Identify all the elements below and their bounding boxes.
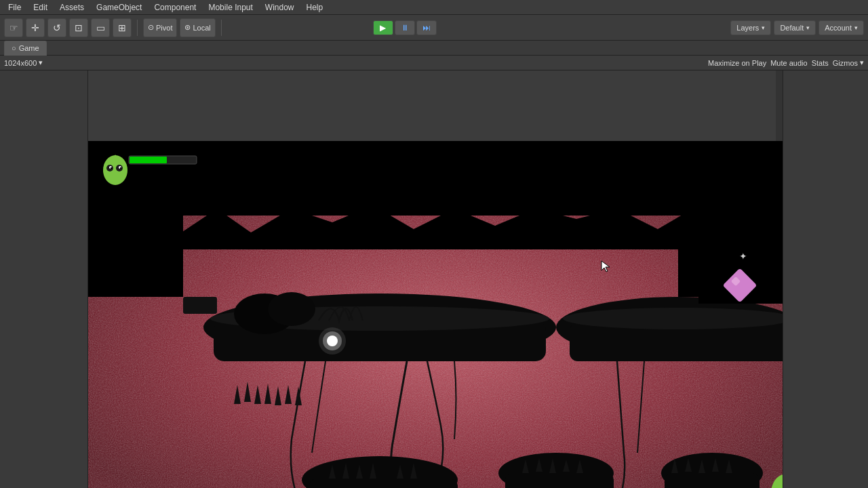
separator-1 xyxy=(137,20,138,36)
move-tool-button[interactable]: ✛ xyxy=(26,18,45,37)
default-label: Default xyxy=(780,24,804,32)
svg-rect-7 xyxy=(183,297,217,314)
pivot-icon: ⊙ xyxy=(148,23,154,32)
layers-label: Layers xyxy=(736,24,759,32)
menu-window[interactable]: Window xyxy=(260,1,300,14)
svg-rect-30 xyxy=(665,473,760,488)
menu-mobile-input[interactable]: Mobile Input xyxy=(203,1,258,14)
right-panel xyxy=(783,70,868,488)
gizmos-label: Gizmos xyxy=(833,59,858,67)
svg-rect-26 xyxy=(309,479,458,488)
account-label: Account xyxy=(825,24,852,32)
local-button[interactable]: ⊛ Local xyxy=(180,18,215,37)
local-label: Local xyxy=(193,24,210,32)
rect-tool-button[interactable]: ▭ xyxy=(91,18,110,37)
svg-rect-80 xyxy=(130,157,167,163)
transform-tool-button[interactable]: ⊞ xyxy=(113,18,132,37)
svg-rect-28 xyxy=(505,473,614,488)
layers-arrow-icon: ▾ xyxy=(762,24,765,31)
pause-button[interactable]: ⏸ xyxy=(395,20,415,35)
menu-assets[interactable]: Assets xyxy=(54,1,90,14)
menu-gameobject[interactable]: GameObject xyxy=(91,1,147,14)
rotate-tool-button[interactable]: ↺ xyxy=(47,18,66,37)
game-scene: ✦ xyxy=(88,141,783,488)
maximize-on-play-button[interactable]: Maximize on Play xyxy=(708,58,766,67)
svg-point-17 xyxy=(268,292,315,326)
game-tab-label: Game xyxy=(19,44,39,52)
toolbar: ☞ ✛ ↺ ⊡ ▭ ⊞ ⊙ Pivot ⊛ Local ▶ ⏸ ⏭ Layers… xyxy=(0,15,868,41)
game-viewport: ✦ xyxy=(88,141,783,488)
menu-edit[interactable]: Edit xyxy=(28,1,53,14)
default-dropdown[interactable]: Default ▾ xyxy=(774,20,816,35)
resolution-value: 1024x600 xyxy=(4,59,37,67)
svg-text:✦: ✦ xyxy=(739,251,747,262)
gizmos-button[interactable]: Gizmos ▾ xyxy=(833,58,864,67)
svg-rect-4 xyxy=(88,141,783,216)
game-tab-icon: ○ xyxy=(12,44,16,52)
svg-point-13 xyxy=(563,308,783,329)
stats-button[interactable]: Stats xyxy=(812,58,829,67)
menu-component[interactable]: Component xyxy=(149,1,201,14)
left-panel xyxy=(0,70,88,488)
scale-tool-button[interactable]: ⊡ xyxy=(69,18,88,37)
mute-audio-button[interactable]: Mute audio xyxy=(770,58,807,67)
play-button[interactable]: ▶ xyxy=(373,20,393,35)
svg-point-77 xyxy=(111,167,112,169)
svg-rect-6 xyxy=(88,209,183,297)
pivot-button[interactable]: ⊙ Pivot xyxy=(143,18,177,37)
game-tab[interactable]: ○ Game xyxy=(4,41,47,56)
svg-point-60 xyxy=(319,327,346,354)
account-dropdown[interactable]: Account ▾ xyxy=(818,20,864,35)
game-toolbar: 1024x600 ▾ Maximize on Play Mute audio S… xyxy=(0,56,868,70)
local-icon: ⊛ xyxy=(184,23,191,32)
svg-point-78 xyxy=(120,167,121,169)
menu-bar: File Edit Assets GameObject Component Mo… xyxy=(0,0,868,15)
account-arrow-icon: ▾ xyxy=(854,24,858,31)
tab-bar: ○ Game xyxy=(0,41,868,56)
resolution-selector[interactable]: 1024x600 ▾ xyxy=(4,58,43,67)
separator-2 xyxy=(221,20,222,36)
pivot-label: Pivot xyxy=(156,24,172,32)
hand-tool-button[interactable]: ☞ xyxy=(4,18,23,37)
play-controls: ▶ ⏸ ⏭ xyxy=(373,20,437,35)
layers-dropdown[interactable]: Layers ▾ xyxy=(730,20,771,35)
gizmos-arrow-icon: ▾ xyxy=(860,58,864,67)
menu-file[interactable]: File xyxy=(3,1,26,14)
step-button[interactable]: ⏭ xyxy=(416,20,437,35)
game-toolbar-right: Maximize on Play Mute audio Stats Gizmos… xyxy=(708,58,864,67)
menu-help[interactable]: Help xyxy=(301,1,329,14)
default-arrow-icon: ▾ xyxy=(806,24,810,31)
resolution-arrow-icon: ▾ xyxy=(39,58,43,67)
right-toolbar: Layers ▾ Default ▾ Account ▾ xyxy=(730,20,864,35)
